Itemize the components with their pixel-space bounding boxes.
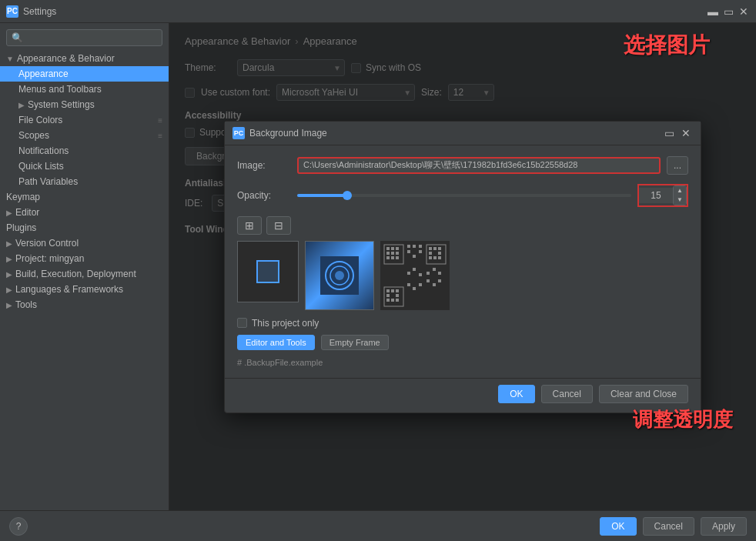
spinner-up-button[interactable]: ▲ xyxy=(674,186,686,195)
svg-rect-47 xyxy=(438,279,441,282)
window-controls: ▬ ▭ ✕ xyxy=(707,5,750,18)
preview-cell-center xyxy=(237,241,299,302)
svg-rect-9 xyxy=(386,252,390,255)
editor-tools-button[interactable]: Editor and Tools xyxy=(237,335,315,350)
svg-rect-17 xyxy=(433,247,437,250)
layout-btn-1[interactable]: ⊞ xyxy=(237,216,262,235)
background-image-dialog: PC Background Image ▭ ✕ Image: ... xyxy=(224,121,701,413)
svg-rect-32 xyxy=(391,289,394,292)
sidebar-item-scopes[interactable]: Scopes ≡ xyxy=(0,128,169,143)
svg-rect-36 xyxy=(386,299,390,302)
opacity-label: Opacity: xyxy=(237,190,291,201)
arrow-icon: ▶ xyxy=(6,239,12,248)
slider-fill xyxy=(297,194,347,197)
sidebar-item-tools[interactable]: ▶ Tools xyxy=(0,297,169,312)
sidebar-item-appearance[interactable]: Appearance xyxy=(0,66,169,82)
empty-frame-button[interactable]: Empty Frame xyxy=(321,335,389,350)
maximize-button[interactable]: ▭ xyxy=(722,5,734,18)
modal-cancel-button[interactable]: Cancel xyxy=(541,385,593,403)
sidebar-item-build[interactable]: ▶ Build, Execution, Deployment xyxy=(0,266,169,282)
sidebar-item-label: Plugins xyxy=(6,222,36,233)
modal-close-button[interactable]: ✕ xyxy=(679,126,693,140)
modal-overlay: PC Background Image ▭ ✕ Image: ... xyxy=(169,23,756,510)
svg-rect-45 xyxy=(427,279,430,282)
svg-rect-16 xyxy=(429,247,432,250)
scope-indicator: ≡ xyxy=(158,116,162,125)
title-bar: PC Settings ▬ ▭ ✕ xyxy=(0,0,756,23)
sidebar-item-label: Project: mingyan xyxy=(15,253,84,264)
svg-rect-13 xyxy=(391,256,394,259)
spinner-down-button[interactable]: ▼ xyxy=(674,195,686,205)
svg-rect-43 xyxy=(433,268,436,271)
image-path-row: Image: ... xyxy=(237,156,688,175)
preview-section: ⊞ ⊟ xyxy=(237,216,688,310)
content-area: Appearance & Behavior › Appearance Theme… xyxy=(169,23,756,510)
preview-cell-pattern xyxy=(380,241,450,310)
modal-restore-button[interactable]: ▭ xyxy=(662,126,676,140)
close-button[interactable]: ✕ xyxy=(738,5,750,18)
svg-rect-28 xyxy=(419,250,422,253)
sidebar-item-keymap[interactable]: Keymap xyxy=(0,189,169,205)
browse-button[interactable]: ... xyxy=(667,156,688,175)
sidebar-item-label: Menus and Toolbars xyxy=(18,84,102,95)
help-button[interactable]: ? xyxy=(9,517,28,536)
svg-rect-4 xyxy=(380,241,450,310)
sidebar-item-version-control[interactable]: ▶ Version Control xyxy=(0,235,169,251)
sidebar-item-project[interactable]: ▶ Project: mingyan xyxy=(0,251,169,266)
search-input[interactable] xyxy=(6,29,162,46)
modal-clear-close-button[interactable]: Clear and Close xyxy=(599,385,688,403)
svg-rect-7 xyxy=(391,247,394,250)
window-title: Settings xyxy=(23,6,707,17)
sidebar-item-label: Appearance & Behavior xyxy=(17,53,115,64)
svg-rect-23 xyxy=(438,256,441,259)
svg-rect-46 xyxy=(433,283,436,286)
apply-button[interactable]: Apply xyxy=(701,517,747,536)
sidebar-item-menus-toolbars[interactable]: Menus and Toolbars xyxy=(0,82,169,97)
svg-rect-20 xyxy=(438,252,441,255)
svg-rect-38 xyxy=(396,299,399,302)
preview-cell-image xyxy=(305,241,374,310)
modal-ok-button[interactable]: OK xyxy=(498,385,534,403)
svg-rect-19 xyxy=(429,252,432,255)
slider-thumb[interactable] xyxy=(343,191,352,200)
sidebar-item-editor[interactable]: ▶ Editor xyxy=(0,205,169,220)
sidebar-item-notifications[interactable]: Notifications xyxy=(0,143,169,159)
opacity-input[interactable] xyxy=(639,188,673,203)
this-project-row: This project only xyxy=(237,318,688,329)
image-path-input[interactable] xyxy=(297,157,661,174)
svg-rect-50 xyxy=(419,283,422,286)
sidebar-item-label: Version Control xyxy=(15,238,79,249)
sidebar-item-file-colors[interactable]: File Colors ≡ xyxy=(0,112,169,128)
opacity-slider[interactable] xyxy=(297,194,631,197)
svg-rect-39 xyxy=(407,272,410,275)
bottom-bar: ? OK Cancel Apply xyxy=(0,510,756,541)
main-layout: ▼ Appearance & Behavior Appearance Menus… xyxy=(0,23,756,510)
svg-rect-6 xyxy=(386,247,390,250)
ok-button[interactable]: OK xyxy=(600,517,636,536)
svg-rect-34 xyxy=(386,294,390,297)
svg-rect-25 xyxy=(413,245,416,248)
sidebar-item-plugins[interactable]: Plugins xyxy=(0,220,169,235)
svg-rect-8 xyxy=(396,247,399,250)
sidebar-item-quick-lists[interactable]: Quick Lists xyxy=(0,159,169,174)
sidebar-item-path-variables[interactable]: Path Variables xyxy=(0,174,169,189)
sidebar-item-appearance-behavior[interactable]: ▼ Appearance & Behavior xyxy=(0,51,169,66)
this-project-label: This project only xyxy=(252,318,319,329)
layout-btn-2[interactable]: ⊟ xyxy=(266,216,291,235)
arrow-icon: ▶ xyxy=(6,270,12,279)
minimize-button[interactable]: ▬ xyxy=(707,5,719,18)
code-line: # .BackupFile.example xyxy=(237,358,688,367)
this-project-checkbox[interactable] xyxy=(237,318,247,328)
svg-rect-10 xyxy=(391,252,394,255)
sidebar-item-languages[interactable]: ▶ Languages & Frameworks xyxy=(0,282,169,297)
sidebar-item-system-settings[interactable]: ▶ System Settings xyxy=(0,97,169,112)
cancel-button[interactable]: Cancel xyxy=(643,517,694,536)
sidebar-item-label: Quick Lists xyxy=(18,161,64,172)
svg-rect-21 xyxy=(429,256,432,259)
svg-rect-12 xyxy=(386,256,390,259)
modal-title: Background Image xyxy=(249,128,657,139)
svg-rect-48 xyxy=(407,283,410,286)
modal-controls: ▭ ✕ xyxy=(662,126,693,140)
sidebar-item-label: Languages & Frameworks xyxy=(15,284,123,295)
editor-tools-row: Editor and Tools Empty Frame xyxy=(237,335,688,350)
